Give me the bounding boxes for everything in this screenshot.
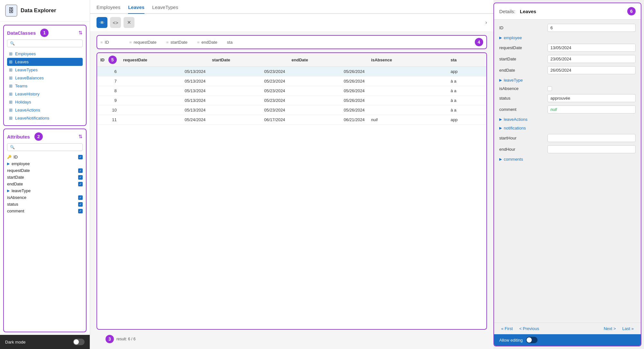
next-button[interactable]: Next >	[602, 326, 618, 332]
dark-mode-toggle[interactable]	[73, 339, 85, 345]
filter-col-requestdate: = requestDate	[129, 40, 156, 45]
attr-label: employee	[12, 161, 30, 166]
sort-icon[interactable]: ⇅	[78, 30, 83, 36]
attributes-search-box: 🔍	[7, 143, 83, 151]
details-footer: « First < Previous Next > Last »	[494, 323, 641, 334]
table-badge: 5	[108, 56, 117, 64]
cell-requestdate: 05/13/2024	[120, 105, 209, 115]
attr-checkbox-startdate[interactable]: ✓	[78, 175, 83, 180]
sidebar-item-leavenotifications[interactable]: ⊞ LeaveNotifications	[7, 114, 83, 122]
app-icon: 🗄	[5, 4, 17, 17]
tab-employees[interactable]: Employees	[97, 4, 120, 14]
attr-checkbox-isabsence[interactable]: ✓	[78, 195, 83, 200]
detail-input-requestdate[interactable]	[547, 44, 636, 52]
cell-isabsence	[368, 105, 447, 115]
filter-col-sta: sta	[227, 40, 246, 45]
detail-expand-employee[interactable]: ▶ employee	[494, 33, 641, 42]
attributes-search-input[interactable]	[16, 145, 80, 149]
table-row[interactable]: 11 05/24/2024 06/17/2024 06/21/2024 null…	[97, 115, 486, 125]
attr-search-icon: 🔍	[10, 145, 15, 149]
tab-leavetypes[interactable]: LeaveTypes	[152, 4, 178, 14]
details-header: Details: Leaves 6	[494, 3, 641, 20]
expand-icon: ▶	[7, 189, 10, 193]
attr-checkbox-enddate[interactable]: ✓	[78, 182, 83, 186]
grid-icon: ⊞	[9, 92, 13, 96]
col-header-requestdate: requestDate	[120, 53, 209, 67]
cell-startdate: 05/23/2024	[209, 86, 288, 96]
nav-item-label: LeaveHistory	[15, 92, 40, 96]
data-table-container: ID 5 requestDate startDate endDate isAbs…	[97, 52, 487, 330]
details-title-value: Leaves	[520, 9, 536, 14]
detail-label-enddate: endDate	[499, 68, 544, 73]
view-button[interactable]: 👁	[97, 17, 107, 28]
detail-expand-leaveactions[interactable]: ▶ leaveActions	[494, 115, 641, 124]
detail-expand-comments[interactable]: ▶ comments	[494, 155, 641, 164]
grid-icon: ⊞	[9, 59, 13, 64]
dataclasses-panel: DataClasses 1 ⇅ 🔍 ⊞ Employees ⊞ Leaves ⊞…	[3, 25, 87, 126]
detail-input-starthour[interactable]	[547, 134, 636, 142]
detail-input-id[interactable]	[547, 24, 636, 32]
search-icon: 🔍	[10, 41, 15, 46]
attr-checkbox-comment[interactable]: ✓	[78, 209, 83, 213]
filter-col-id: = ID	[100, 40, 120, 45]
previous-button[interactable]: < Previous	[517, 326, 541, 332]
allow-editing-toggle[interactable]	[526, 337, 538, 343]
cell-isabsence	[368, 86, 447, 96]
detail-value-status	[547, 94, 636, 102]
detail-input-enddate[interactable]	[547, 66, 636, 74]
cell-startdate: 05/23/2024	[209, 105, 288, 115]
cell-id: 10	[97, 105, 120, 115]
attr-checkbox-status[interactable]: ✓	[78, 202, 83, 207]
result-text: result: 6 / 6	[116, 337, 135, 341]
nav-item-label: Holidays	[15, 100, 31, 104]
cell-status: à a	[447, 76, 486, 86]
detail-row-status: status	[494, 93, 641, 104]
sidebar-item-leaveactions[interactable]: ⊞ LeaveActions	[7, 106, 83, 114]
detail-label-endhour: endHour	[499, 147, 544, 152]
expand-arrow-icon: ▶	[499, 126, 502, 130]
table-row[interactable]: 10 05/13/2024 05/23/2024 05/26/2024 à a	[97, 105, 486, 115]
grid-icon: ⊞	[9, 51, 13, 56]
detail-row-comment: comment	[494, 104, 641, 115]
sidebar-item-leavetypes[interactable]: ⊞ LeaveTypes	[7, 66, 83, 74]
sidebar-item-leavehistory[interactable]: ⊞ LeaveHistory	[7, 90, 83, 98]
cell-isabsence	[368, 96, 447, 105]
attr-sort-icon[interactable]: ⇅	[78, 134, 83, 139]
attr-checkbox-id[interactable]: ✓	[78, 155, 83, 159]
attr-label: comment	[7, 209, 24, 213]
sidebar-item-leaves[interactable]: ⊞ Leaves	[7, 58, 83, 66]
detail-expand-notifications[interactable]: ▶ notifications	[494, 124, 641, 132]
code-button[interactable]: <>	[110, 17, 121, 28]
detail-expand-leavetype[interactable]: ▶ leaveType	[494, 76, 641, 85]
detail-input-endhour[interactable]	[547, 145, 636, 153]
sidebar-item-holidays[interactable]: ⊞ Holidays	[7, 98, 83, 106]
detail-input-startdate[interactable]	[547, 55, 636, 63]
tab-leaves[interactable]: Leaves	[128, 4, 144, 14]
sidebar-item-teams[interactable]: ⊞ Teams	[7, 82, 83, 90]
attr-item-leavetype[interactable]: ▶ leaveType	[7, 187, 83, 194]
filter-badge: 4	[475, 38, 483, 46]
last-button[interactable]: Last »	[621, 326, 636, 332]
attr-checkbox-requestdate[interactable]: ✓	[78, 168, 83, 173]
table-row[interactable]: 6 05/13/2024 05/23/2024 05/26/2024 app	[97, 67, 486, 76]
detail-label-starthour: startHour	[499, 136, 544, 140]
detail-value-id	[547, 24, 636, 32]
dataclasses-search-input[interactable]	[16, 41, 80, 46]
attr-item-employee[interactable]: ▶ employee	[7, 160, 83, 167]
attr-item-id: 🔑 ID ✓	[7, 154, 83, 160]
detail-input-status[interactable]	[547, 94, 636, 102]
col-header-enddate: endDate	[288, 53, 368, 67]
cell-enddate: 05/26/2024	[288, 76, 368, 86]
sidebar-item-employees[interactable]: ⊞ Employees	[7, 50, 83, 58]
detail-row-enddate: endDate	[494, 65, 641, 76]
detail-value-starthour	[547, 134, 636, 142]
toolbar-arrow-icon[interactable]: ›	[485, 20, 487, 25]
first-button[interactable]: « First	[499, 326, 515, 332]
table-row[interactable]: 7 05/13/2024 05/23/2024 05/26/2024 à a	[97, 76, 486, 86]
table-row[interactable]: 8 05/13/2024 05/23/2024 05/26/2024 à a	[97, 86, 486, 96]
sidebar-item-leavebalances[interactable]: ⊞ LeaveBalances	[7, 74, 83, 82]
detail-input-comment[interactable]	[547, 105, 636, 113]
table-row[interactable]: 9 05/13/2024 05/23/2024 05/26/2024 à a	[97, 96, 486, 105]
isabsence-checkbox[interactable]	[547, 86, 552, 91]
close-button[interactable]: ✕	[124, 17, 134, 28]
